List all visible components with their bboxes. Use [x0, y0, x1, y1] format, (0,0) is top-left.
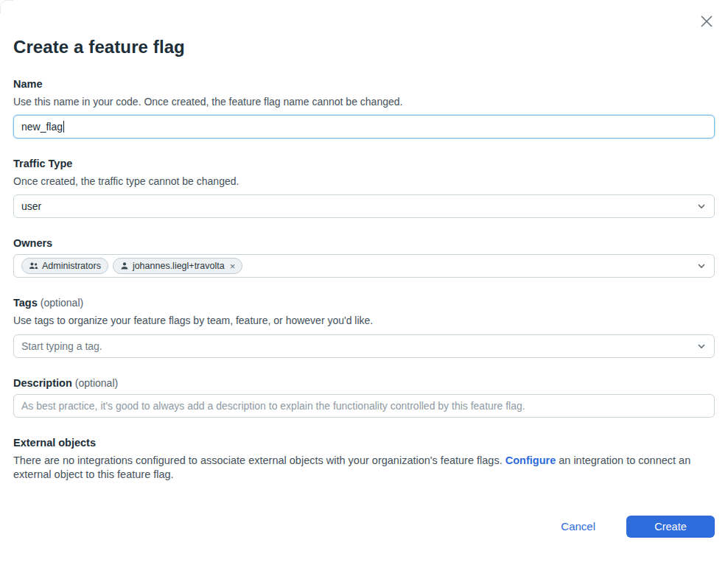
description-optional-text: (optional)	[75, 377, 118, 389]
name-label: Name	[13, 78, 715, 90]
owners-select[interactable]: Administrators johannes.liegl+travolta ×	[13, 254, 715, 278]
tags-placeholder: Start typing a tag.	[21, 340, 102, 352]
text-caret	[63, 121, 64, 133]
cancel-button[interactable]: Cancel	[561, 520, 595, 533]
tags-helper: Use tags to organize your feature flags …	[13, 314, 715, 327]
traffic-type-select[interactable]: user	[13, 194, 715, 218]
description-label-text: Description	[13, 377, 72, 389]
modal-footer: Cancel Create	[13, 516, 715, 538]
remove-owner-icon[interactable]: ×	[230, 261, 236, 271]
chevron-down-icon	[696, 341, 707, 351]
owner-chips: Administrators johannes.liegl+travolta ×	[21, 258, 242, 274]
owners-field-group: Owners Administrators	[13, 237, 715, 278]
create-button[interactable]: Create	[626, 516, 715, 538]
name-input[interactable]: new_flag	[13, 115, 715, 138]
traffic-type-helper: Once created, the traffic type cannot be…	[13, 175, 715, 188]
owner-chip-administrators: Administrators	[21, 258, 108, 274]
name-input-value: new_flag	[21, 121, 63, 133]
external-objects-text: There are no integrations configured to …	[13, 454, 715, 482]
name-field-group: Name Use this name in your code. Once cr…	[13, 78, 715, 138]
tags-label: Tags (optional)	[13, 297, 715, 309]
modal-corner	[0, 0, 13, 13]
traffic-type-value: user	[21, 200, 41, 212]
tags-label-text: Tags	[13, 297, 38, 309]
traffic-type-label: Traffic Type	[13, 158, 715, 169]
owner-chip-label: johannes.liegl+travolta	[133, 261, 225, 271]
description-placeholder: As best practice, it's good to always ad…	[21, 400, 525, 412]
chevron-down-icon	[696, 261, 707, 271]
external-objects-group: External objects There are no integratio…	[13, 437, 715, 482]
external-objects-label: External objects	[13, 437, 715, 449]
description-label: Description (optional)	[13, 377, 715, 389]
person-icon	[120, 261, 129, 270]
group-icon	[29, 261, 38, 270]
description-input[interactable]: As best practice, it's good to always ad…	[13, 394, 715, 418]
configure-link[interactable]: Configure	[505, 454, 556, 466]
external-objects-text-before: There are no integrations configured to …	[13, 454, 505, 466]
page-title: Create a feature flag	[13, 37, 715, 57]
chevron-down-icon	[696, 201, 707, 211]
owner-chip-user: johannes.liegl+travolta ×	[113, 258, 242, 274]
name-helper: Use this name in your code. Once created…	[13, 95, 715, 108]
tags-optional-text: (optional)	[41, 297, 83, 309]
traffic-type-field-group: Traffic Type Once created, the traffic t…	[13, 158, 715, 218]
tags-input[interactable]: Start typing a tag.	[13, 334, 715, 358]
owner-chip-label: Administrators	[42, 261, 101, 271]
description-field-group: Description (optional) As best practice,…	[13, 377, 715, 418]
tags-field-group: Tags (optional) Use tags to organize you…	[13, 297, 715, 357]
close-icon[interactable]	[698, 13, 715, 30]
close-x-glyph	[699, 14, 714, 29]
create-feature-flag-modal: Create a feature flag Name Use this name…	[0, 37, 728, 538]
owners-label: Owners	[13, 237, 715, 249]
